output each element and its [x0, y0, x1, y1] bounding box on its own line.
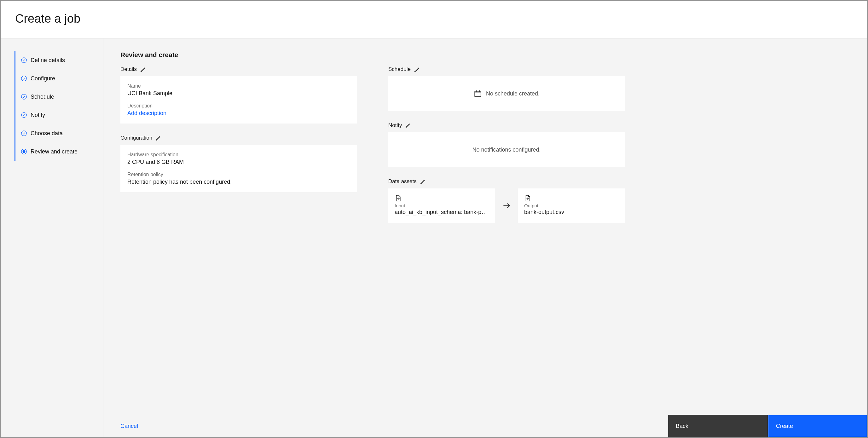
step-label: Review and create: [31, 149, 78, 155]
edit-notify-button[interactable]: [405, 122, 411, 129]
svg-point-6: [23, 150, 26, 153]
output-value: bank-output.csv: [524, 209, 618, 216]
edit-data-assets-button[interactable]: [420, 178, 426, 185]
schedule-card: No schedule created.: [388, 76, 625, 111]
svg-point-3: [22, 113, 27, 118]
notify-card: No notifications configured.: [388, 132, 625, 167]
configuration-section: Configuration Hardware specification: [120, 135, 357, 192]
data-assets-section: Data assets: [388, 178, 625, 223]
main-panel: Review and create Details: [103, 38, 867, 437]
arrow-right-icon: [495, 188, 518, 223]
footer-actions: Cancel Back Create: [103, 415, 867, 437]
input-asset-card: Input auto_ai_kb_input_schema: bank-pa..…: [388, 188, 495, 223]
notify-title: Notify: [388, 122, 402, 129]
left-column: Details Name: [120, 66, 357, 234]
cancel-button[interactable]: Cancel: [103, 415, 155, 437]
checkmark-circle-icon: [21, 130, 27, 137]
step-choose-data[interactable]: Choose data: [21, 124, 93, 143]
wizard-sidebar: Define details Configure: [1, 38, 103, 437]
output-label: Output: [524, 203, 618, 208]
modal-title: Create a job: [15, 12, 853, 26]
description-label: Description: [127, 103, 350, 109]
data-assets-title: Data assets: [388, 178, 417, 185]
data-assets-row: Input auto_ai_kb_input_schema: bank-pa..…: [388, 188, 625, 223]
step-label: Choose data: [31, 130, 63, 137]
output-asset-card: Output bank-output.csv: [518, 188, 625, 223]
hardware-label: Hardware specification: [127, 152, 350, 158]
checkmark-circle-icon: [21, 112, 27, 119]
retention-value: Retention policy has not been configured…: [127, 179, 350, 185]
schedule-section: Schedule: [388, 66, 625, 111]
details-section: Details Name: [120, 66, 357, 124]
schedule-title: Schedule: [388, 66, 411, 72]
radio-current-icon: [21, 148, 27, 155]
edit-details-button[interactable]: [140, 66, 146, 72]
svg-point-4: [22, 131, 27, 136]
step-label: Notify: [31, 112, 45, 119]
modal-window: Create a job Define details: [0, 0, 868, 438]
step-label: Schedule: [31, 94, 54, 100]
details-title: Details: [120, 66, 137, 72]
document-export-icon: [524, 195, 531, 202]
create-button[interactable]: Create: [768, 415, 867, 437]
checkmark-circle-icon: [21, 75, 27, 82]
step-list: Define details Configure: [14, 51, 93, 161]
edit-schedule-button[interactable]: [414, 66, 420, 72]
step-schedule[interactable]: Schedule: [21, 88, 93, 106]
name-label: Name: [127, 83, 350, 89]
step-notify[interactable]: Notify: [21, 106, 93, 124]
step-review-and-create[interactable]: Review and create: [21, 143, 93, 161]
configuration-title: Configuration: [120, 135, 152, 141]
back-button[interactable]: Back: [668, 415, 768, 437]
step-define-details[interactable]: Define details: [21, 51, 93, 69]
modal-body: Define details Configure: [1, 38, 867, 437]
page-heading: Review and create: [120, 51, 850, 59]
edit-configuration-button[interactable]: [155, 135, 162, 141]
content-area: Review and create Details: [103, 38, 867, 415]
notify-empty-text: No notifications configured.: [472, 147, 540, 153]
input-label: Input: [395, 203, 489, 208]
svg-rect-7: [475, 91, 481, 97]
details-card: Name UCI Bank Sample Description Add des…: [120, 76, 357, 124]
checkmark-circle-icon: [21, 57, 27, 64]
svg-point-0: [22, 58, 27, 63]
document-import-icon: [395, 195, 402, 202]
review-columns: Details Name: [120, 66, 850, 234]
checkmark-circle-icon: [21, 93, 27, 100]
step-label: Define details: [31, 57, 65, 64]
notify-section: Notify No notifications configured.: [388, 122, 625, 167]
input-value: auto_ai_kb_input_schema: bank-pa...: [395, 209, 489, 216]
configuration-card: Hardware specification 2 CPU and 8 GB RA…: [120, 145, 357, 192]
step-label: Configure: [31, 75, 55, 82]
name-value: UCI Bank Sample: [127, 90, 350, 97]
footer-spacer: [155, 415, 668, 437]
calendar-icon: [473, 89, 482, 98]
schedule-empty-text: No schedule created.: [486, 90, 539, 97]
add-description-link[interactable]: Add description: [127, 110, 350, 117]
modal-header: Create a job: [1, 1, 867, 38]
retention-label: Retention policy: [127, 172, 350, 178]
step-configure[interactable]: Configure: [21, 69, 93, 88]
right-column: Schedule: [388, 66, 625, 234]
hardware-value: 2 CPU and 8 GB RAM: [127, 159, 350, 165]
svg-point-1: [22, 76, 27, 81]
svg-point-2: [22, 94, 27, 99]
